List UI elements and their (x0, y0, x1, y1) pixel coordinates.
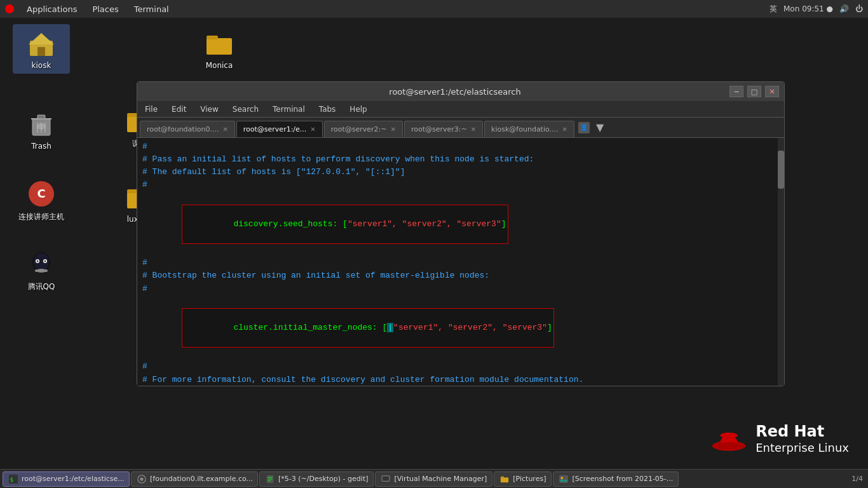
gedit-taskbar-icon (265, 474, 275, 484)
taskbar-item-6[interactable]: [Screenshot from 2021-05-... (553, 471, 679, 487)
tab-close-5[interactable]: ✕ (562, 126, 567, 133)
qq-icon (26, 248, 57, 279)
folder-taskbar-icon (499, 474, 510, 484)
svg-text:$: $ (10, 476, 13, 482)
taskbar-page-indicator: 1/4 (851, 475, 865, 483)
svg-rect-26 (44, 269, 48, 272)
svg-point-13 (37, 123, 46, 130)
taskbar-label-1: root@server1:/etc/elasticse... (22, 475, 125, 483)
menu-edit[interactable]: Edit (169, 104, 189, 115)
top-menubar: Applications Places Terminal 英 Mon 09:51… (0, 0, 868, 18)
svg-rect-42 (560, 475, 567, 482)
menu-places[interactable]: Places (88, 3, 122, 15)
kiosk-label: kiosk (32, 61, 51, 70)
redhat-text: Red Hat Enterprise Linux (756, 423, 849, 454)
terminal-scrollbar[interactable] (778, 138, 784, 386)
power-icon[interactable]: ⏻ (855, 4, 863, 13)
taskbar: $ root@server1:/etc/elasticse... [founda… (0, 469, 868, 488)
terminal-title: root@server1:/etc/elasticsearch (180, 87, 729, 97)
terminal-window: root@server1:/etc/elasticsearch ─ □ ✕ Fi… (137, 81, 785, 386)
term-line: # Bootstrap the cluster using an initial… (142, 269, 779, 282)
svg-rect-6 (207, 36, 218, 39)
close-button[interactable]: ✕ (765, 86, 779, 97)
desktop-icon-connect[interactable]: C 连接讲师主机 (13, 175, 70, 226)
taskbar-item-2[interactable]: [foundation0.ilt.example.co... (131, 471, 258, 487)
lang-indicator[interactable]: 英 (770, 4, 777, 15)
redhat-hat-icon (710, 421, 748, 456)
terminal-titlebar: root@server1:/etc/elasticsearch ─ □ ✕ (137, 82, 784, 101)
menu-tabs[interactable]: Tabs (316, 104, 339, 115)
menu-view[interactable]: View (198, 104, 220, 115)
svg-rect-2 (37, 47, 45, 56)
menu-file[interactable]: File (142, 104, 160, 115)
menu-terminal[interactable]: Terminal (270, 104, 308, 115)
menu-help[interactable]: Help (347, 104, 369, 115)
taskbar-label-6: [Screenshot from 2021-05-... (572, 475, 673, 483)
desktop: Applications Places Terminal 英 Mon 09:51… (0, 0, 868, 488)
term-line: # (142, 179, 779, 191)
terminal-menubar: File Edit View Search Terminal Tabs Help (137, 101, 784, 118)
tab-close-2[interactable]: ✕ (310, 126, 315, 133)
svg-point-28 (712, 442, 746, 450)
tab-close-4[interactable]: ✕ (471, 126, 476, 133)
term-line: # (142, 283, 779, 295)
svg-rect-40 (501, 477, 508, 482)
terminal-content[interactable]: # # Pass an initial list of hosts to per… (137, 138, 784, 386)
term-line-discovery: discovery.seed_hosts: ["server1", "serve… (142, 192, 779, 257)
svg-text:C: C (37, 187, 45, 200)
tab-1[interactable]: root@foundation0.... ✕ (140, 121, 235, 137)
svg-rect-39 (383, 477, 389, 480)
taskbar-item-1[interactable]: $ root@server1:/etc/elasticse... (3, 471, 130, 487)
tab-2[interactable]: root@server1:/e... ✕ (236, 121, 323, 137)
svg-point-23 (44, 261, 46, 262)
term-line: # (142, 257, 779, 269)
svg-rect-5 (207, 38, 232, 55)
svg-point-22 (37, 261, 39, 262)
tab-5[interactable]: kiosk@foundatio.... ✕ (484, 121, 574, 137)
tab-profile-icon[interactable]: 👤 (578, 122, 590, 133)
menu-terminal[interactable]: Terminal (130, 3, 173, 15)
taskbar-label-5: [Pictures] (513, 475, 546, 483)
svg-rect-9 (37, 115, 45, 119)
taskbar-item-4[interactable]: [Virtual Machine Manager] (375, 471, 492, 487)
tab-3[interactable]: root@server2:~ ✕ (324, 121, 403, 137)
svg-point-33 (140, 477, 143, 480)
terminal-tabs: root@foundation0.... ✕ root@server1:/e..… (137, 118, 784, 138)
volume-icon[interactable]: 🔊 (839, 4, 849, 13)
minimize-button[interactable]: ─ (729, 86, 743, 97)
svg-marker-1 (29, 33, 54, 44)
tabs-dropdown[interactable]: ▼ (596, 121, 604, 133)
menu-search[interactable]: Search (230, 104, 261, 115)
qq-label: 腾讯QQ (28, 281, 55, 292)
svg-rect-41 (501, 476, 504, 478)
redhat-icon (5, 4, 14, 13)
trash-icon (26, 109, 57, 139)
desktop-icon-trash[interactable]: Trash (13, 105, 70, 154)
term-line: # (142, 140, 779, 153)
svg-rect-25 (35, 269, 39, 272)
tab-close-3[interactable]: ✕ (391, 126, 396, 133)
redhat-logo: Red Hat Enterprise Linux (710, 421, 849, 456)
taskbar-item-3[interactable]: [*5-3 (~/Desktop) - gedit] (259, 471, 374, 487)
menu-applications[interactable]: Applications (23, 3, 81, 15)
term-line: # Pass an initial list of hosts to perfo… (142, 153, 779, 166)
desktop-icon-monica[interactable]: Monica (191, 24, 248, 74)
desktop-icon-kiosk[interactable]: kiosk (13, 24, 70, 74)
connect-icon: C (26, 179, 57, 209)
trash-label: Trash (31, 142, 51, 151)
taskbar-label-4: [Virtual Machine Manager] (394, 475, 487, 483)
maximize-button[interactable]: □ (747, 86, 761, 97)
term-line: # (142, 360, 779, 373)
taskbar-label-2: [foundation0.ilt.example.co... (150, 475, 253, 483)
tab-4[interactable]: root@server3:~ ✕ (404, 121, 483, 137)
svg-point-29 (721, 433, 738, 438)
taskbar-item-5[interactable]: [Pictures] (494, 471, 552, 487)
scrollbar-thumb[interactable] (778, 151, 784, 189)
browser-taskbar-icon (137, 474, 147, 484)
term-line: # For more information, consult the disc… (142, 374, 779, 386)
tab-close-1[interactable]: ✕ (222, 126, 227, 133)
desktop-icon-qq[interactable]: 腾讯QQ (13, 245, 70, 296)
term-line-cluster: cluster.initial_master_nodes: [|"server1… (142, 295, 779, 361)
term-line: # The default list of hosts is ["127.0.0… (142, 166, 779, 179)
monica-label: Monica (206, 61, 233, 70)
